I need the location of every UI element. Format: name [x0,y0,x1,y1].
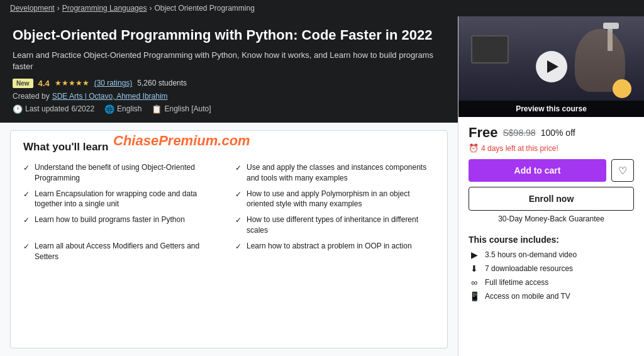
rating-count[interactable]: (30 ratings) [94,79,133,87]
clock-icon: 🕐 [13,104,23,114]
original-price: S$98.98 [502,128,535,138]
last-updated: 🕐 Last updated 6/2022 [13,104,94,114]
breadcrumb-programming-languages[interactable]: Programming Languages [62,4,147,13]
alarm-icon: ⏰ [469,143,479,153]
check-icon: ✓ [23,189,30,200]
learn-item: ✓Learn how to abstract a problem in OOP … [235,241,435,262]
course-includes: This course includes: ▶3.5 hours on-dema… [458,235,644,305]
learn-item: ✓Learn how to build programs faster in P… [23,214,223,236]
check-icon: ✓ [235,163,242,174]
learn-item: ✓Use and apply the classes and instances… [235,162,435,184]
learn-item: ✓Learn all about Access Modifiers and Ge… [23,241,223,262]
creator-row: Created by SDE Arts | Octavo, Ahmed Ibra… [13,92,445,101]
stars: ★★★★★ [55,79,89,87]
course-preview[interactable]: Preview this course [458,16,644,117]
urgency-message: ⏰ 4 days left at this price! [469,143,634,153]
breadcrumb: Development › Programming Languages › Ob… [0,0,644,16]
creator-link[interactable]: SDE Arts | Octavo, Ahmed Ibrahim [52,92,168,101]
includes-list: ▶3.5 hours on-demand video⬇7 downloadabl… [469,250,634,301]
sidebar-pricing: Free S$98.98 100% off ⏰ 4 days left at t… [458,117,644,235]
captions-icon: 📋 [152,104,162,114]
learn-title: What you'll learn [23,141,435,153]
check-icon: ✓ [235,215,242,226]
learn-grid: ✓Understand the benefit of using Object-… [23,162,435,262]
include-item: 📱Access on mobile and TV [469,291,634,301]
breadcrumb-development[interactable]: Development [10,4,55,13]
breadcrumb-sep-1: › [57,4,60,13]
course-subtitle: Learn and Practice Object-Oriented Progr… [13,50,445,72]
rating-row: New 4.4 ★★★★★ (30 ratings) 5,260 student… [13,79,445,88]
breadcrumb-current: Object Oriented Programming [154,4,254,13]
learn-item: ✓Understand the benefit of using Object-… [23,162,223,184]
rating-score: 4.4 [38,79,50,88]
breadcrumb-sep-2: › [149,4,152,13]
include-icon-3: 📱 [469,291,480,301]
learn-item: ✓Learn Encapsulation for wrapping code a… [23,189,223,210]
monitor-decoration [471,35,509,64]
learn-section: What you'll learn ✓Understand the benefi… [10,130,448,348]
discount-label: 100% off [541,128,575,138]
add-to-cart-button[interactable]: Add to cart [469,159,606,182]
wishlist-button[interactable]: ♡ [611,159,634,182]
hero-section: Object-Oriented Programming with Python:… [0,16,458,123]
check-icon: ✓ [235,242,242,252]
include-item: ⬇7 downloadable resources [469,264,634,274]
lamp-head-decoration [603,23,619,29]
include-icon-2: ∞ [469,277,480,287]
enroll-now-button[interactable]: Enroll now [469,187,634,211]
last-updated-label: Last updated [25,104,69,113]
check-icon: ✓ [23,242,30,252]
include-item: ▶3.5 hours on-demand video [469,250,634,260]
check-icon: ✓ [23,163,30,174]
price-row: Free S$98.98 100% off [469,125,634,141]
creator-label: Created by [13,92,50,101]
preview-label: Preview this course [458,101,644,117]
includes-title: This course includes: [469,235,634,245]
include-icon-0: ▶ [469,250,480,260]
learn-item: ✓How to use and apply Polymorphism in an… [235,189,435,210]
play-button[interactable] [536,51,567,82]
urgency-text: 4 days left at this price! [481,144,558,153]
ball-decoration [613,79,631,98]
check-icon: ✓ [235,189,242,200]
include-item: ∞Full lifetime access [469,277,634,287]
include-icon-1: ⬇ [469,264,480,274]
play-triangle-icon [547,60,558,73]
badge-new: New [13,79,33,88]
current-price: Free [469,125,497,141]
student-count: 5,260 students [137,79,187,87]
cart-wishlist-row[interactable]: Add to cart ♡ [469,159,634,182]
last-updated-value: 6/2022 [71,104,94,113]
language-item: 🌐 English [104,104,142,114]
captions-item: 📋 English [Auto] [152,104,211,114]
meta-row: 🕐 Last updated 6/2022 🌐 English 📋 Englis… [13,104,445,114]
check-icon: ✓ [23,215,30,226]
language: English [117,104,142,113]
globe-icon: 🌐 [104,104,114,114]
learn-item: ✓How to use different types of inheritan… [235,214,435,236]
money-back-guarantee: 30-Day Money-Back Guarantee [469,214,634,223]
course-title: Object-Oriented Programming with Python:… [13,26,445,45]
captions: English [Auto] [164,104,211,113]
sidebar: Preview this course Free S$98.98 100% of… [458,16,644,356]
